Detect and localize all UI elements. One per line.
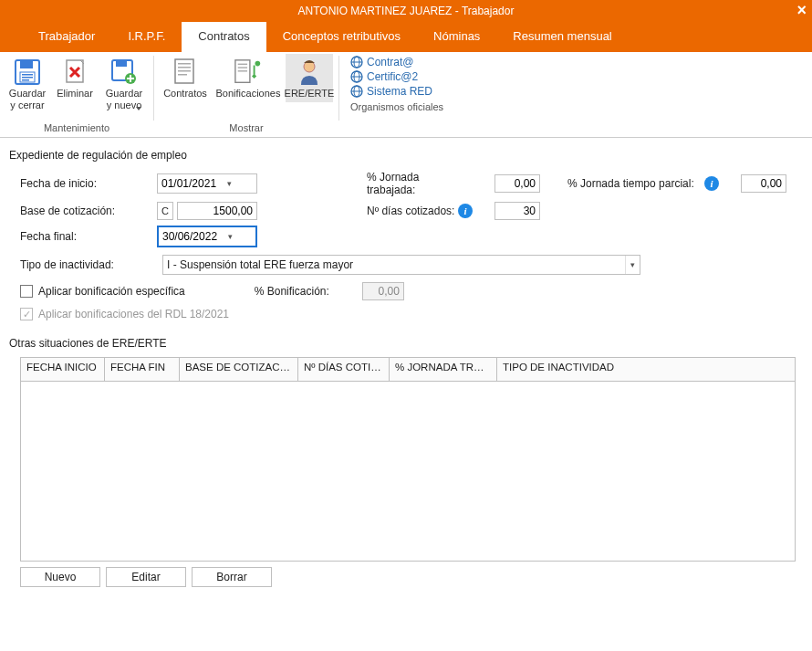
bonif-especifica-row: Aplicar bonificación específica % Bonifi… xyxy=(20,282,803,300)
svg-rect-8 xyxy=(116,61,127,67)
info-icon: i xyxy=(458,204,473,218)
grid-header: FECHA INICIO FECHA FIN BASE DE COTIZACIÓ… xyxy=(21,358,795,382)
base-cotizacion-label: Base de cotización: xyxy=(20,205,157,217)
tipo-inactividad-label: Tipo de inactividad: xyxy=(20,258,162,271)
bonif-rdl-checkbox xyxy=(20,308,33,320)
chevron-down-icon[interactable]: ▾ xyxy=(223,232,237,241)
chevron-down-icon xyxy=(136,107,141,110)
col-fecha-inicio[interactable]: FECHA INICIO xyxy=(21,358,105,381)
jornada-parcial-input[interactable] xyxy=(741,174,786,193)
delete-label: Eliminar xyxy=(57,88,93,100)
jornada-parcial-label: % Jornada tiempo parcial: xyxy=(567,177,704,190)
col-dias-cotiz[interactable]: Nº DÍAS COTIZ... xyxy=(298,358,390,381)
borrar-button[interactable]: Borrar xyxy=(192,567,272,587)
person-icon xyxy=(295,57,324,88)
link-contrata-label: Contrat@ xyxy=(367,56,414,68)
save-close-icon xyxy=(13,57,42,88)
svg-rect-11 xyxy=(178,63,191,65)
fecha-final-input[interactable] xyxy=(159,229,223,244)
svg-rect-13 xyxy=(178,70,191,72)
organismos-list: Contrat@ Certific@2 Sistema RED xyxy=(345,54,438,100)
save-close-button[interactable]: Guardar y cerrar xyxy=(5,54,49,114)
form-grid: Fecha de inicio: ▾ % Jornada trabajada: … xyxy=(20,171,803,247)
contratos-label: Contratos xyxy=(163,88,207,100)
link-certific[interactable]: Certific@2 xyxy=(350,70,432,83)
globe-icon xyxy=(350,85,363,98)
fecha-inicio-field[interactable]: ▾ xyxy=(157,173,257,194)
close-icon[interactable]: × xyxy=(796,0,807,20)
svg-rect-17 xyxy=(238,67,247,68)
editar-button[interactable]: Editar xyxy=(106,567,186,587)
situaciones-grid[interactable]: FECHA INICIO FECHA FIN BASE DE COTIZACIÓ… xyxy=(20,357,796,562)
grid-buttons: Nuevo Editar Borrar xyxy=(20,567,803,587)
bonificaciones-icon xyxy=(234,57,263,88)
delete-icon xyxy=(60,57,89,88)
nuevo-button[interactable]: Nuevo xyxy=(20,567,100,587)
grid-body[interactable] xyxy=(21,382,795,561)
bonif-especifica-checkbox[interactable] xyxy=(20,285,33,298)
globe-icon xyxy=(350,56,363,68)
link-sistema-red[interactable]: Sistema RED xyxy=(350,85,432,98)
col-tipo-inactividad[interactable]: TIPO DE INACTIVIDAD xyxy=(497,358,795,381)
jornada-trabajada-label: % Jornada trabajada: xyxy=(367,171,458,196)
tab-contratos[interactable]: Contratos xyxy=(182,22,265,52)
fecha-final-field[interactable]: ▾ xyxy=(157,226,257,247)
tipo-inactividad-select[interactable]: I - Suspensión total ERE fuerza mayor ▾ xyxy=(162,255,640,275)
info-icon: i xyxy=(704,176,719,191)
col-fecha-fin[interactable]: FECHA FIN xyxy=(105,358,180,381)
svg-rect-1 xyxy=(20,61,33,68)
tipo-inactividad-value: I - Suspensión total ERE fuerza mayor xyxy=(167,258,353,271)
bonif-rdl-label: Aplicar bonificaciones del RDL 18/2021 xyxy=(38,308,229,320)
svg-rect-14 xyxy=(178,74,187,76)
section-title: Expediente de regulación de empleo xyxy=(9,149,803,162)
link-sistema-red-label: Sistema RED xyxy=(367,85,432,98)
ribbon-group-mantenimiento: Guardar y cerrar Eliminar Guardar y nuev… xyxy=(0,52,153,137)
group-label-mostrar: Mostrar xyxy=(160,121,333,135)
content-area: Expediente de regulación de empleo Fecha… xyxy=(0,138,812,596)
tab-resumen[interactable]: Resumen mensual xyxy=(496,22,628,52)
group-label-organismos: Organismos oficiales xyxy=(345,100,443,114)
jornada-trabajada-input[interactable] xyxy=(494,174,540,193)
tipo-inactividad-row: Tipo de inactividad: I - Suspensión tota… xyxy=(20,255,803,275)
svg-rect-18 xyxy=(238,70,247,71)
svg-rect-3 xyxy=(22,74,33,76)
dias-cotizados-input[interactable] xyxy=(494,202,540,220)
tab-trabajador[interactable]: Trabajador xyxy=(22,22,111,52)
chevron-down-icon[interactable]: ▾ xyxy=(222,179,236,188)
bonif-rdl-row: Aplicar bonificaciones del RDL 18/2021 xyxy=(20,308,803,320)
svg-point-19 xyxy=(255,61,261,67)
globe-icon xyxy=(350,70,363,83)
link-contrata[interactable]: Contrat@ xyxy=(350,56,432,68)
ribbon: Guardar y cerrar Eliminar Guardar y nuev… xyxy=(0,52,812,138)
tab-conceptos[interactable]: Conceptos retributivos xyxy=(266,22,417,52)
bonificaciones-button[interactable]: Bonificaciones xyxy=(214,54,282,102)
contratos-button[interactable]: Contratos xyxy=(160,54,211,102)
save-new-icon xyxy=(109,57,139,88)
tab-nominas[interactable]: Nóminas xyxy=(417,22,496,52)
tab-irpf[interactable]: I.R.P.F. xyxy=(111,22,182,52)
col-base-cotizacion[interactable]: BASE DE COTIZACIÓN xyxy=(180,358,298,381)
fecha-inicio-input[interactable] xyxy=(158,176,222,191)
save-new-button[interactable]: Guardar y nuevo xyxy=(100,54,148,114)
svg-rect-5 xyxy=(22,79,29,81)
bonif-especifica-label: Aplicar bonificación específica xyxy=(38,285,185,298)
link-certific-label: Certific@2 xyxy=(367,70,418,83)
delete-button[interactable]: Eliminar xyxy=(53,54,97,102)
pct-bonificacion-label: % Bonificación: xyxy=(255,285,329,298)
chevron-down-icon[interactable]: ▾ xyxy=(625,256,640,274)
svg-rect-16 xyxy=(238,64,247,65)
ribbon-group-organismos: Contrat@ Certific@2 Sistema RED Organism… xyxy=(339,52,449,137)
ere-erte-label: ERE/ERTE xyxy=(285,88,335,100)
subsection-title: Otras situaciones de ERE/ERTE xyxy=(9,337,803,350)
fecha-inicio-label: Fecha de inicio: xyxy=(20,177,157,190)
bonificaciones-label: Bonificaciones xyxy=(216,88,281,100)
group-label-mantenimiento: Mantenimiento xyxy=(5,121,148,135)
col-jornada-trab[interactable]: % JORNADA TRAB... xyxy=(390,358,497,381)
c-button[interactable]: C xyxy=(157,202,173,220)
fecha-final-label: Fecha final: xyxy=(20,230,157,243)
ere-erte-button[interactable]: ERE/ERTE xyxy=(286,54,333,102)
save-close-label: Guardar y cerrar xyxy=(9,88,46,111)
dias-cotizados-label: Nº días cotizados: xyxy=(367,205,458,217)
ribbon-group-mostrar: Contratos Bonificaciones ERE/ERTE Mostra… xyxy=(154,52,338,137)
base-cotizacion-input[interactable] xyxy=(177,202,257,220)
